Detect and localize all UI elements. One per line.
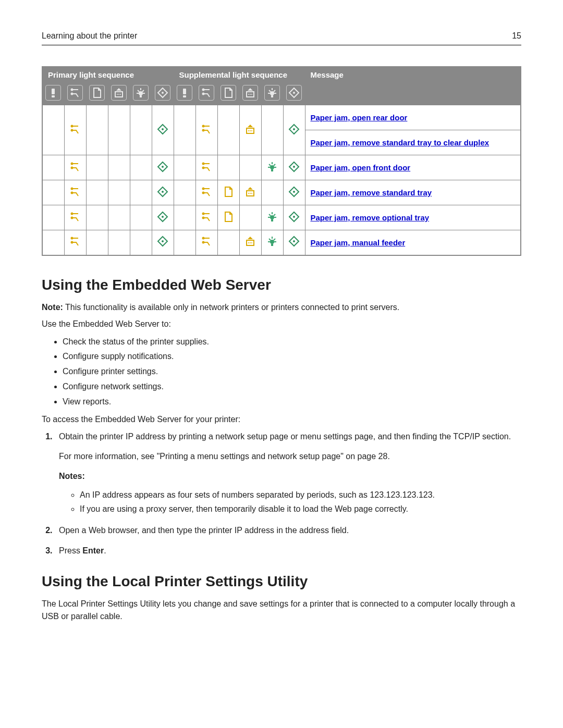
step1-text-a: Obtain the printer IP address by printin… — [59, 430, 521, 443]
note-item: An IP address appears as four sets of nu… — [80, 488, 521, 502]
load-cell — [108, 230, 130, 255]
go-cell — [283, 155, 305, 180]
go-cell — [152, 155, 174, 180]
step3-b: Enter — [82, 546, 104, 555]
go-cell — [283, 230, 305, 255]
paper-cell — [217, 205, 239, 230]
error-cell — [42, 155, 64, 180]
toner-cell — [195, 155, 217, 180]
load-cell — [108, 155, 130, 180]
go-cell — [152, 180, 174, 205]
message-link[interactable]: Paper jam, remove standard tray — [311, 188, 432, 197]
message-link[interactable]: Paper jam, manual feeder — [311, 238, 406, 247]
light-icon — [130, 83, 152, 105]
bullet-item: Configure network settings. — [63, 379, 521, 394]
table-row: Paper jam, open rear door — [42, 105, 521, 130]
bullet-item: Check the status of the printer supplies… — [63, 335, 521, 350]
light-cell — [130, 180, 152, 205]
toner-icon — [64, 83, 86, 105]
toner-cell — [195, 230, 217, 255]
section1-title: Using the Embedded Web Server — [42, 277, 521, 293]
go-cell — [152, 230, 174, 255]
error-icon — [174, 83, 195, 105]
light-cell — [261, 155, 283, 180]
load-cell — [239, 180, 261, 205]
go-cell — [283, 105, 305, 155]
message-link[interactable]: Paper jam, open front door — [311, 163, 411, 172]
col-primary: Primary light sequence — [42, 67, 174, 83]
message-link[interactable]: Paper jam, remove standard tray to clear… — [311, 138, 489, 147]
go-icon — [152, 83, 174, 105]
step3-c: . — [104, 546, 106, 555]
note-text: This functionality is available only in … — [63, 303, 399, 312]
go-cell — [283, 205, 305, 230]
paper-cell — [217, 230, 239, 255]
bullet-item: Configure printer settings. — [63, 364, 521, 379]
message-cell: Paper jam, manual feeder — [305, 230, 521, 255]
light-cell — [130, 155, 152, 180]
paper-icon — [86, 83, 108, 105]
light-cell — [261, 205, 283, 230]
light-cell — [261, 105, 283, 155]
paper-cell — [86, 155, 108, 180]
paper-cell — [217, 180, 239, 205]
load-cell — [239, 155, 261, 180]
message-cell: Paper jam, remove optional tray — [305, 205, 521, 230]
error-cell — [174, 205, 195, 230]
load-icon — [239, 83, 261, 105]
step-3: Press Enter. — [55, 544, 521, 558]
error-icon — [42, 83, 64, 105]
note-item: If you are using a proxy server, then te… — [80, 502, 521, 516]
go-cell — [283, 180, 305, 205]
toner-cell — [64, 105, 86, 155]
toner-cell — [64, 230, 86, 255]
section2-text: The Local Printer Settings Utility lets … — [42, 598, 521, 623]
light-cell — [261, 180, 283, 205]
page-header: Learning about the printer 15 — [42, 31, 521, 45]
step1-notes: An IP address appears as four sets of nu… — [80, 488, 521, 516]
bullet-item: Configure supply notifications. — [63, 349, 521, 364]
light-cell — [130, 205, 152, 230]
error-cell — [42, 230, 64, 255]
notes-label: Notes: — [59, 470, 521, 483]
error-cell — [174, 230, 195, 255]
light-cell — [261, 230, 283, 255]
paper-cell — [86, 105, 108, 155]
error-cell — [42, 105, 64, 155]
message-link[interactable]: Paper jam, open rear door — [311, 113, 408, 122]
load-cell — [239, 205, 261, 230]
load-cell — [239, 230, 261, 255]
paper-cell — [86, 230, 108, 255]
paper-cell — [86, 205, 108, 230]
toner-cell — [64, 205, 86, 230]
toner-cell — [64, 180, 86, 205]
go-icon — [283, 83, 305, 105]
toner-icon — [195, 83, 217, 105]
light-icon — [261, 83, 283, 105]
step-1: Obtain the printer IP address by printin… — [55, 430, 521, 516]
message-cell: Paper jam, open front door — [305, 155, 521, 180]
message-link[interactable]: Paper jam, remove optional tray — [311, 213, 430, 222]
go-cell — [152, 205, 174, 230]
table-row: Paper jam, remove optional tray — [42, 205, 521, 230]
error-cell — [174, 105, 195, 155]
col-supplemental: Supplemental light sequence — [174, 67, 305, 83]
access-intro: To access the Embedded Web Server for yo… — [42, 413, 521, 426]
message-cell: Paper jam, remove standard tray to clear… — [305, 130, 521, 155]
section2-title: Using the Local Printer Settings Utility — [42, 573, 521, 590]
note-label: Note: — [42, 303, 63, 312]
load-icon — [108, 83, 130, 105]
section1-intro: Use the Embedded Web Server to: — [42, 318, 521, 330]
table-row: Paper jam, manual feeder — [42, 230, 521, 255]
load-cell — [108, 180, 130, 205]
paper-icon — [217, 83, 239, 105]
toner-cell — [195, 105, 217, 155]
step1-text-b: For more information, see "Printing a me… — [59, 450, 521, 463]
access-steps: Obtain the printer IP address by printin… — [55, 430, 521, 557]
table-row: Paper jam, open front door — [42, 155, 521, 180]
step3-a: Press — [59, 546, 82, 555]
error-cell — [42, 205, 64, 230]
toner-cell — [64, 155, 86, 180]
page-number: 15 — [512, 31, 521, 41]
error-cell — [42, 180, 64, 205]
